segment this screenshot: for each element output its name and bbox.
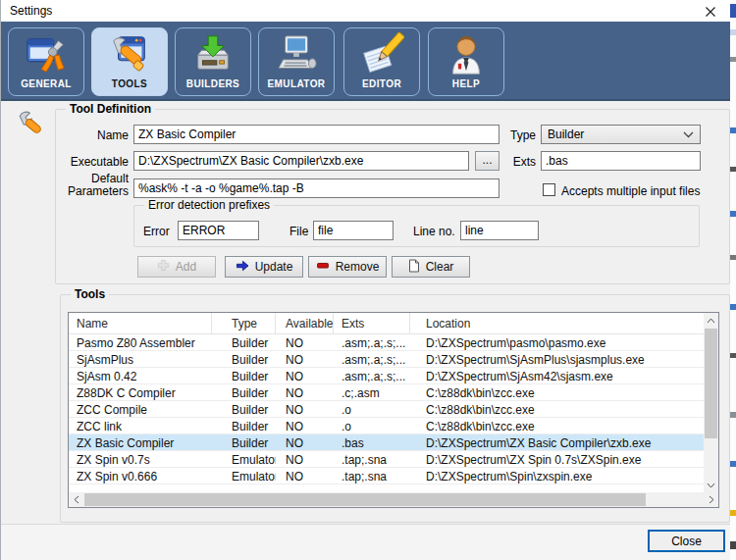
exts-input[interactable] bbox=[541, 151, 701, 171]
line-no-input[interactable] bbox=[460, 221, 539, 240]
remove-button[interactable]: Remove bbox=[308, 256, 387, 278]
error-input[interactable] bbox=[178, 221, 259, 240]
tab-general[interactable]: GENERAL bbox=[8, 27, 84, 96]
table-cell: .c;.asm bbox=[334, 386, 410, 400]
table-cell: NO bbox=[276, 453, 334, 467]
table-cell: D:\ZXSpectrum\SjAsmPlus\sjasmplus.exe bbox=[410, 353, 704, 367]
table-row[interactable]: SjAsm 0.42BuilderNO.asm;.a;.s;...D:\ZXSp… bbox=[69, 368, 704, 384]
update-button-label: Update bbox=[255, 260, 293, 274]
chevron-down-icon bbox=[683, 127, 694, 141]
window-close-icon[interactable] bbox=[699, 4, 722, 19]
column-header-exts[interactable]: Exts bbox=[334, 313, 410, 334]
wrench-screwdriver-icon bbox=[107, 28, 152, 78]
table-cell: ZX Basic Compiler bbox=[69, 436, 212, 450]
accepts-multiple-checkbox[interactable] bbox=[543, 183, 555, 196]
column-header-name[interactable]: Name bbox=[69, 313, 212, 334]
column-header-available[interactable]: Available bbox=[276, 313, 334, 334]
clear-button[interactable]: Clear bbox=[392, 256, 470, 278]
table-cell: .asm;.a;.s;... bbox=[334, 353, 410, 367]
table-cell: NO bbox=[276, 386, 334, 400]
table-cell: D:\ZXSpectrum\pasmo\pasmo.exe bbox=[410, 336, 704, 350]
remove-minus-icon bbox=[316, 260, 330, 274]
vertical-scrollbar[interactable] bbox=[704, 313, 718, 492]
type-dropdown[interactable]: Builder bbox=[541, 125, 701, 144]
table-cell: NO bbox=[276, 370, 334, 383]
error-prefixes-title: Error detection prefixes bbox=[144, 198, 274, 212]
horizontal-scrollbar[interactable] bbox=[69, 492, 718, 507]
default-parameters-label: Default Parameters bbox=[40, 173, 129, 198]
scroll-up-icon[interactable] bbox=[704, 313, 718, 328]
tab-editor[interactable]: EDITOR bbox=[343, 27, 420, 96]
tab-label: TOOLS bbox=[112, 78, 147, 95]
type-dropdown-value: Builder bbox=[548, 127, 584, 141]
file-input[interactable] bbox=[313, 221, 394, 240]
table-row[interactable]: ZCC CompileBuilderNO.oC:\z88dk\bin\zcc.e… bbox=[69, 401, 704, 418]
horizontal-scrollbar-thumb[interactable] bbox=[84, 493, 646, 506]
table-row[interactable]: SjAsmPlusBuilderNO.asm;.a;.s;...D:\ZXSpe… bbox=[69, 351, 704, 368]
table-cell: Builder bbox=[212, 386, 276, 400]
table-cell: .tap;.sna bbox=[334, 470, 410, 484]
table-row[interactable]: Pasmo Z80 AssemblerBuilderNO.asm;.a;.s;.… bbox=[69, 334, 704, 351]
error-label: Error bbox=[143, 225, 170, 238]
file-label: File bbox=[289, 225, 308, 238]
table-cell: Z88DK C Compiler bbox=[69, 386, 212, 400]
update-arrow-icon bbox=[236, 260, 249, 275]
table-cell: NO bbox=[276, 420, 334, 433]
doctor-person-icon bbox=[444, 28, 489, 78]
default-parameters-label-line1: Default bbox=[91, 172, 129, 185]
executable-label: Executable bbox=[40, 155, 129, 169]
table-cell: NO bbox=[276, 336, 334, 350]
add-button[interactable]: Add bbox=[137, 256, 216, 278]
computer-icon bbox=[274, 28, 319, 78]
vertical-scrollbar-thumb[interactable] bbox=[705, 329, 717, 438]
tab-tools[interactable]: TOOLS bbox=[91, 27, 168, 96]
group-title: Tool Definition bbox=[66, 102, 155, 116]
remove-button-label: Remove bbox=[336, 260, 380, 274]
column-header-type[interactable]: Type bbox=[212, 313, 276, 334]
tab-help[interactable]: HELP bbox=[428, 27, 504, 96]
update-button[interactable]: Update bbox=[225, 256, 303, 278]
table-cell: D:\ZXSpectrum\ZX Spin 0.7s\ZXSpin.exe bbox=[410, 453, 704, 467]
table-cell: D:\ZXSpectrum\SjAsm42\sjasm.exe bbox=[410, 370, 704, 383]
scroll-right-icon[interactable] bbox=[704, 492, 718, 507]
table-cell: SjAsmPlus bbox=[69, 353, 212, 367]
table-row[interactable]: ZCC linkBuilderNO.oC:\z88dk\bin\zcc.exe bbox=[69, 418, 704, 434]
table-cell: ZCC Compile bbox=[69, 403, 212, 417]
table-cell: Builder bbox=[212, 353, 276, 367]
table-row[interactable]: ZX Basic CompilerBuilderNO.basD:\ZXSpect… bbox=[69, 434, 704, 451]
wrench-icon bbox=[17, 110, 46, 142]
tab-builders[interactable]: BUILDERS bbox=[175, 27, 251, 96]
default-parameters-input[interactable] bbox=[133, 178, 499, 198]
accepts-multiple-label: Accepts multiple input files bbox=[561, 184, 700, 198]
drive-download-icon bbox=[190, 28, 236, 78]
name-label: Name bbox=[60, 128, 129, 142]
executable-input[interactable] bbox=[133, 151, 469, 171]
close-button[interactable]: Close bbox=[648, 530, 725, 552]
window-title: Settings bbox=[10, 4, 52, 18]
table-cell: D:\ZXSpectrum\ZX Basic Compiler\zxb.exe bbox=[410, 436, 704, 450]
table-row[interactable]: ZX Spin v0.666EmulatorNO.tap;.snaD:\ZXSp… bbox=[69, 468, 704, 484]
table-cell: NO bbox=[276, 353, 334, 367]
column-header-location[interactable]: Location bbox=[410, 313, 704, 334]
name-input[interactable] bbox=[133, 125, 499, 144]
scroll-down-icon[interactable] bbox=[704, 478, 718, 492]
table-row[interactable]: Z88DK C CompilerBuilderNO.c;.asmC:\z88dk… bbox=[69, 384, 704, 401]
tab-label: EDITOR bbox=[362, 78, 401, 95]
default-parameters-label-line2: Parameters bbox=[68, 184, 129, 198]
table-cell: ZX Spin v0.7s bbox=[69, 453, 212, 467]
tools-table-header-row: NameTypeAvailableExtsLocation bbox=[69, 313, 704, 334]
type-label: Type bbox=[505, 128, 536, 142]
browse-button[interactable]: ... bbox=[475, 151, 499, 171]
table-row[interactable]: ZX Spin v0.7sEmulatorNO.tap;.snaD:\ZXSpe… bbox=[69, 451, 704, 468]
table-cell: .bas bbox=[334, 436, 410, 450]
exts-label: Exts bbox=[505, 155, 536, 169]
tab-emulator[interactable]: EMULATOR bbox=[258, 27, 335, 96]
table-cell: .asm;.a;.s;... bbox=[334, 336, 410, 350]
tools-table-body: Pasmo Z80 AssemblerBuilderNO.asm;.a;.s;.… bbox=[69, 334, 718, 484]
table-cell: ZCC link bbox=[69, 420, 212, 433]
table-cell: D:\ZXSpectrum\Spin\zxspin.exe bbox=[410, 470, 704, 484]
table-cell: Emulator bbox=[212, 453, 276, 467]
scroll-left-icon[interactable] bbox=[69, 492, 83, 507]
table-cell: NO bbox=[276, 470, 334, 484]
table-cell: Builder bbox=[212, 403, 276, 417]
